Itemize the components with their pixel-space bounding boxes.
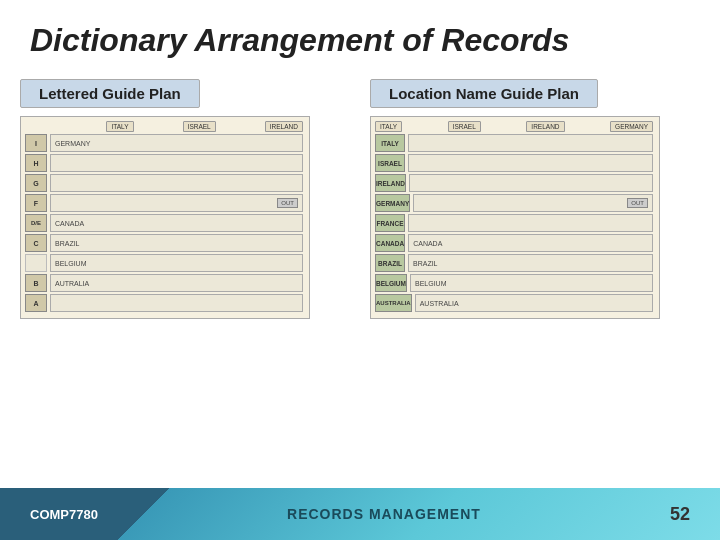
right-plan-column: Location Name Guide Plan ITALY ISRAEL IR… xyxy=(370,79,700,319)
left-cabinet: EMPTY ITALY ISRAEL IRELAND I GERMANY H G… xyxy=(20,116,310,319)
guide-tab-f: F xyxy=(25,194,47,212)
guide-tab-israel: ISRAEL xyxy=(375,154,405,172)
main-title: Dictionary Arrangement of Records xyxy=(0,0,720,69)
guide-tab-italy: ITALY xyxy=(375,134,405,152)
table-row: ISRAEL xyxy=(375,154,653,172)
footer-page-section: 52 xyxy=(670,504,720,525)
right-cabinet: ITALY ISRAEL IRELAND GERMANY ITALY ISRAE… xyxy=(370,116,660,319)
footer-page-number: 52 xyxy=(670,504,690,524)
table-row: B AUTRALIA xyxy=(25,274,303,292)
file-body: GERMANY xyxy=(50,134,303,152)
table-row: BELGIUM BELGIUM xyxy=(375,274,653,292)
file-body xyxy=(408,154,653,172)
file-body: BELGIUM xyxy=(50,254,303,272)
footer-left-section: COMP7780 xyxy=(0,505,98,523)
file-body: BRAZIL xyxy=(408,254,653,272)
guide-tab-brazil: BRAZIL xyxy=(375,254,405,272)
guide-tab-i: I xyxy=(25,134,47,152)
right-plan-label: Location Name Guide Plan xyxy=(370,79,598,108)
file-body: CANADA xyxy=(408,234,653,252)
table-row: G xyxy=(25,174,303,192)
table-row: ITALY xyxy=(375,134,653,152)
table-row: H xyxy=(25,154,303,172)
file-body: BRAZIL xyxy=(50,234,303,252)
out-label: OUT xyxy=(277,198,298,208)
table-row: BELGIUM xyxy=(25,254,303,272)
footer-title: RECORDS MANAGEMENT xyxy=(287,506,481,522)
left-top-tabs: EMPTY ITALY ISRAEL IRELAND xyxy=(25,121,303,132)
guide-tab-ireland: IRELAND xyxy=(375,174,406,192)
right-top-tabs: ITALY ISRAEL IRELAND GERMANY xyxy=(375,121,653,132)
table-row: C BRAZIL xyxy=(25,234,303,252)
table-row: GERMANY OUT xyxy=(375,194,653,212)
guide-tab-de: D/E xyxy=(25,214,47,232)
guide-tab-france: FRANCE xyxy=(375,214,405,232)
guide-tab-g: G xyxy=(25,174,47,192)
table-row: I GERMANY xyxy=(25,134,303,152)
guide-tab-australia: AUSTRALIA xyxy=(375,294,412,312)
guide-tab-germany: GERMANY xyxy=(375,194,410,212)
guide-tab-h: H xyxy=(25,154,47,172)
left-tab-israel: ISRAEL xyxy=(183,121,216,132)
file-body: AUSTRALIA xyxy=(415,294,653,312)
right-tab-germany: GERMANY xyxy=(610,121,653,132)
guide-tab-empty1 xyxy=(25,254,47,272)
right-tab-israel: ISRAEL xyxy=(448,121,481,132)
file-body xyxy=(50,294,303,312)
guide-tab-belgium: BELGIUM xyxy=(375,274,407,292)
file-body xyxy=(408,134,653,152)
table-row: BRAZIL BRAZIL xyxy=(375,254,653,272)
table-row: A xyxy=(25,294,303,312)
right-tab-italy: ITALY xyxy=(375,121,402,132)
table-row: D/E CANADA xyxy=(25,214,303,232)
guide-tab-c: C xyxy=(25,234,47,252)
guide-tab-a: A xyxy=(25,294,47,312)
file-body: AUTRALIA xyxy=(50,274,303,292)
file-body: OUT xyxy=(413,194,653,212)
file-body xyxy=(409,174,653,192)
left-plan-label: Lettered Guide Plan xyxy=(20,79,200,108)
table-row: IRELAND xyxy=(375,174,653,192)
file-body xyxy=(50,154,303,172)
table-row: AUSTRALIA AUSTRALIA xyxy=(375,294,653,312)
left-tab-ireland: IRELAND xyxy=(265,121,303,132)
out-label: OUT xyxy=(627,198,648,208)
footer: COMP7780 RECORDS MANAGEMENT 52 xyxy=(0,488,720,540)
file-body xyxy=(408,214,653,232)
file-body: OUT xyxy=(50,194,303,212)
left-tab-italy: ITALY xyxy=(106,121,133,132)
file-body xyxy=(50,174,303,192)
footer-center-section: RECORDS MANAGEMENT xyxy=(98,506,670,522)
table-row: CANADA CANADA xyxy=(375,234,653,252)
right-tab-ireland: IRELAND xyxy=(526,121,564,132)
left-plan-column: Lettered Guide Plan EMPTY ITALY ISRAEL I… xyxy=(20,79,350,319)
guide-tab-canada: CANADA xyxy=(375,234,405,252)
guide-tab-b: B xyxy=(25,274,47,292)
footer-background: COMP7780 RECORDS MANAGEMENT 52 xyxy=(0,488,720,540)
footer-course-code: COMP7780 xyxy=(30,507,98,522)
file-body: CANADA xyxy=(50,214,303,232)
table-row: FRANCE xyxy=(375,214,653,232)
table-row: F OUT xyxy=(25,194,303,212)
file-body: BELGIUM xyxy=(410,274,653,292)
